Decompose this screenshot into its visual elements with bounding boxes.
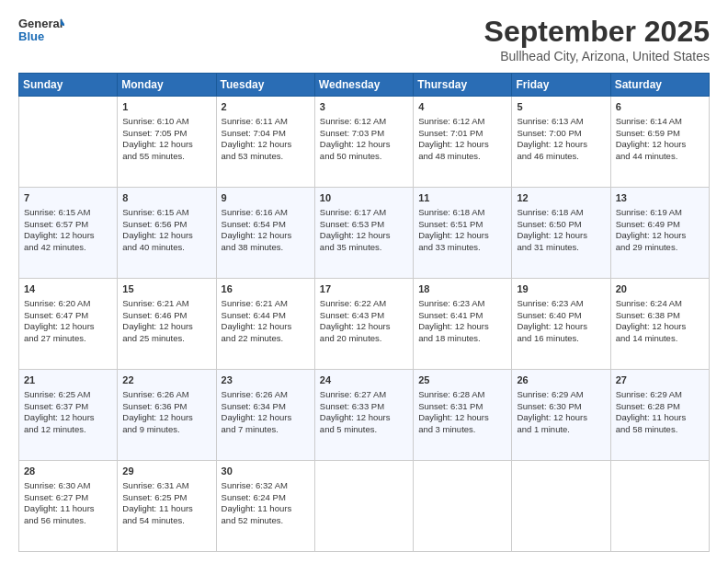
day-info: Daylight: 12 hours <box>24 321 112 333</box>
col-saturday: Saturday <box>610 74 709 97</box>
day-info: Sunset: 6:56 PM <box>122 219 210 231</box>
day-info: Daylight: 12 hours <box>517 139 605 151</box>
day-info: Sunrise: 6:18 AM <box>517 207 605 219</box>
logo: General Blue <box>18 15 64 48</box>
day-number: 6 <box>616 100 704 114</box>
day-info: Sunset: 6:36 PM <box>122 401 210 413</box>
day-info: Sunrise: 6:15 AM <box>122 207 210 219</box>
table-row: 1Sunrise: 6:10 AMSunset: 7:05 PMDaylight… <box>118 97 216 188</box>
col-friday: Friday <box>512 74 610 97</box>
table-row: 12Sunrise: 6:18 AMSunset: 6:50 PMDayligh… <box>512 188 610 279</box>
day-number: 3 <box>320 100 408 114</box>
day-info: and 27 minutes. <box>24 333 112 345</box>
day-info: Sunrise: 6:12 AM <box>320 116 408 128</box>
table-row <box>19 97 118 188</box>
table-row <box>512 461 610 552</box>
day-number: 1 <box>122 100 210 114</box>
day-info: Sunrise: 6:29 AM <box>616 389 704 401</box>
table-row: 7Sunrise: 6:15 AMSunset: 6:57 PMDaylight… <box>19 188 118 279</box>
table-row: 13Sunrise: 6:19 AMSunset: 6:49 PMDayligh… <box>610 188 709 279</box>
day-info: Sunset: 6:30 PM <box>517 401 605 413</box>
day-info: Sunset: 7:00 PM <box>517 128 605 140</box>
day-number: 21 <box>24 373 112 387</box>
calendar-week-row: 1Sunrise: 6:10 AMSunset: 7:05 PMDaylight… <box>19 97 710 188</box>
day-info: Sunrise: 6:12 AM <box>418 116 506 128</box>
day-info: Sunset: 6:33 PM <box>320 401 408 413</box>
title-block: September 2025 Bullhead City, Arizona, U… <box>484 15 710 63</box>
day-info: Sunrise: 6:16 AM <box>222 207 310 219</box>
table-row: 19Sunrise: 6:23 AMSunset: 6:40 PMDayligh… <box>512 279 610 370</box>
day-info: and 20 minutes. <box>320 333 408 345</box>
day-info: Daylight: 12 hours <box>418 412 506 424</box>
col-tuesday: Tuesday <box>216 74 314 97</box>
table-row: 20Sunrise: 6:24 AMSunset: 6:38 PMDayligh… <box>610 279 709 370</box>
day-info: Daylight: 11 hours <box>24 503 112 515</box>
day-number: 16 <box>222 282 310 296</box>
day-number: 24 <box>320 373 408 387</box>
day-info: Sunrise: 6:19 AM <box>616 207 704 219</box>
col-monday: Monday <box>118 74 216 97</box>
day-info: Sunset: 6:59 PM <box>616 128 704 140</box>
table-row: 11Sunrise: 6:18 AMSunset: 6:51 PMDayligh… <box>414 188 512 279</box>
day-info: Sunset: 6:41 PM <box>418 310 506 322</box>
table-row: 21Sunrise: 6:25 AMSunset: 6:37 PMDayligh… <box>19 370 118 461</box>
day-info: Sunrise: 6:26 AM <box>122 389 210 401</box>
day-info: Sunset: 6:24 PM <box>222 492 310 504</box>
day-info: and 22 minutes. <box>222 333 310 345</box>
svg-text:General: General <box>18 17 63 30</box>
day-info: and 58 minutes. <box>616 424 704 436</box>
day-number: 20 <box>616 282 704 296</box>
day-info: Sunrise: 6:21 AM <box>222 298 310 310</box>
table-row: 14Sunrise: 6:20 AMSunset: 6:47 PMDayligh… <box>19 279 118 370</box>
day-number: 7 <box>24 191 112 205</box>
day-info: Daylight: 12 hours <box>418 139 506 151</box>
day-info: Sunset: 6:31 PM <box>418 401 506 413</box>
day-info: Sunset: 6:43 PM <box>320 310 408 322</box>
day-info: Sunrise: 6:13 AM <box>517 116 605 128</box>
calendar: Sunday Monday Tuesday Wednesday Thursday… <box>18 73 710 552</box>
day-info: Daylight: 12 hours <box>222 139 310 151</box>
day-info: Sunrise: 6:24 AM <box>616 298 704 310</box>
day-info: Sunrise: 6:10 AM <box>122 116 210 128</box>
calendar-week-row: 21Sunrise: 6:25 AMSunset: 6:37 PMDayligh… <box>19 370 710 461</box>
day-info: Daylight: 12 hours <box>517 412 605 424</box>
day-info: Daylight: 12 hours <box>222 230 310 242</box>
day-info: Sunset: 6:51 PM <box>418 219 506 231</box>
day-info: and 52 minutes. <box>222 515 310 527</box>
day-info: and 42 minutes. <box>24 242 112 254</box>
table-row: 4Sunrise: 6:12 AMSunset: 7:01 PMDaylight… <box>414 97 512 188</box>
day-number: 28 <box>24 465 112 478</box>
day-info: Sunset: 6:44 PM <box>222 310 310 322</box>
day-info: and 54 minutes. <box>122 515 210 527</box>
day-info: and 44 minutes. <box>616 151 704 163</box>
day-number: 23 <box>222 373 310 387</box>
day-info: Sunrise: 6:11 AM <box>222 116 310 128</box>
day-info: Daylight: 11 hours <box>222 503 310 515</box>
day-info: and 7 minutes. <box>222 424 310 436</box>
day-number: 27 <box>616 373 704 387</box>
day-number: 9 <box>222 191 310 205</box>
day-info: and 12 minutes. <box>24 424 112 436</box>
day-number: 11 <box>418 191 506 205</box>
day-info: Sunset: 6:27 PM <box>24 492 112 504</box>
table-row: 18Sunrise: 6:23 AMSunset: 6:41 PMDayligh… <box>414 279 512 370</box>
day-info: and 14 minutes. <box>616 333 704 345</box>
day-info: Sunset: 6:46 PM <box>122 310 210 322</box>
day-info: Sunrise: 6:17 AM <box>320 207 408 219</box>
day-info: Sunrise: 6:30 AM <box>24 480 112 492</box>
day-info: Sunset: 6:25 PM <box>122 492 210 504</box>
day-info: Sunrise: 6:14 AM <box>616 116 704 128</box>
day-info: Daylight: 12 hours <box>320 230 408 242</box>
day-number: 5 <box>517 100 605 114</box>
day-info: Sunset: 6:40 PM <box>517 310 605 322</box>
day-info: Sunrise: 6:29 AM <box>517 389 605 401</box>
page: General Blue September 2025 Bullhead Cit… <box>0 0 728 563</box>
day-info: Daylight: 11 hours <box>122 503 210 515</box>
day-info: and 3 minutes. <box>418 424 506 436</box>
logo-icon: General Blue <box>18 15 64 48</box>
day-number: 26 <box>517 373 605 387</box>
day-info: Daylight: 12 hours <box>320 321 408 333</box>
calendar-header-row: Sunday Monday Tuesday Wednesday Thursday… <box>19 74 710 97</box>
day-info: and 56 minutes. <box>24 515 112 527</box>
day-info: and 40 minutes. <box>122 242 210 254</box>
